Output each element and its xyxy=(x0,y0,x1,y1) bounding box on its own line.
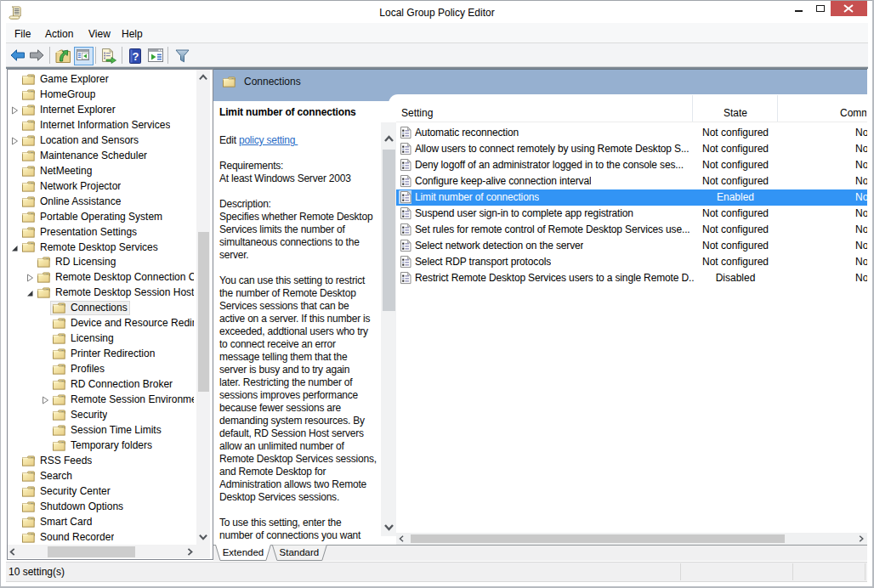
svg-text:?: ? xyxy=(132,49,139,62)
svg-text:Standard: Standard xyxy=(280,547,320,557)
svg-text:Extended: Extended xyxy=(223,547,264,557)
